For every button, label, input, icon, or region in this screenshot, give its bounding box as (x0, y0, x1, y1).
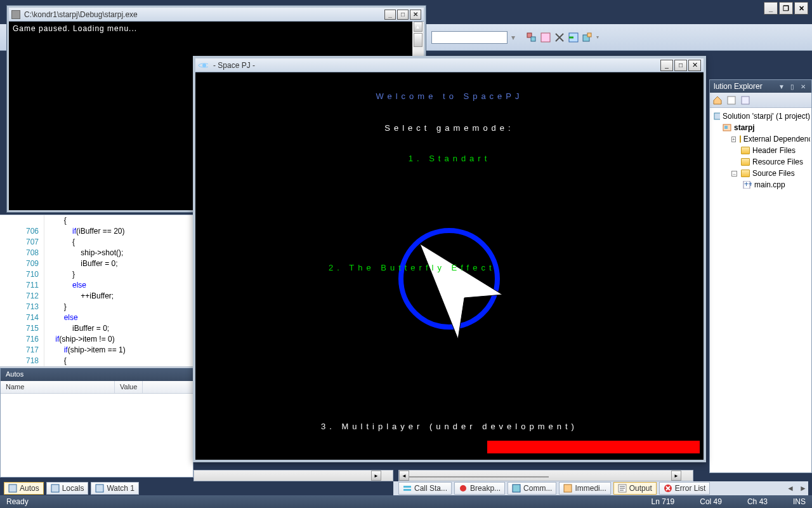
output-hscroll[interactable]: ◄ ► (398, 470, 693, 481)
file-main-cpp[interactable]: ++ main.cpp (711, 179, 810, 190)
scroll-up-arrow[interactable]: ▲ (414, 22, 422, 32)
solution-tree[interactable]: Solution 'starpj' (1 project) starpj + E… (710, 108, 811, 193)
solution-root[interactable]: Solution 'starpj' (1 project) (711, 110, 810, 122)
scroll-left-arrow[interactable]: ◄ (399, 471, 409, 481)
autos-body (1, 394, 193, 477)
game-select-text: Select gamemode: (195, 123, 704, 133)
toolbar-icon-4[interactable] (568, 32, 579, 43)
solution-explorer: lution Explorer ▼ ▯ ✕ Solution 'starpj' … (709, 79, 812, 473)
bottom-tabs-left: Autos Locals Watch 1 (4, 481, 139, 495)
game-minimize-button[interactable]: _ (660, 60, 673, 71)
autos-header: Name Value (1, 381, 193, 394)
game-option-3[interactable]: 3. Multiplayer (under development) (195, 422, 704, 431)
tab-autos[interactable]: Autos (4, 482, 44, 495)
dropdown-icon[interactable]: ▼ (777, 82, 786, 91)
scroll-thumb[interactable] (414, 33, 422, 47)
svg-rect-9 (403, 486, 411, 488)
autos-col-name[interactable]: Name (1, 381, 115, 393)
tab-breakpoints[interactable]: Breakp... (454, 482, 505, 495)
game-welcome-text: Welcome to SpacePJ (195, 91, 704, 101)
code-line[interactable]: 711 else (0, 280, 193, 291)
toolbar-icon-2[interactable] (540, 32, 551, 43)
svg-point-11 (460, 485, 466, 491)
autos-title[interactable]: Autos (1, 368, 193, 381)
autos-col-value[interactable]: Value (115, 381, 143, 393)
close-button[interactable]: ✕ (794, 2, 808, 15)
game-maximize-button[interactable]: □ (674, 60, 687, 71)
minimize-button[interactable]: _ (764, 2, 778, 15)
code-line[interactable]: 715 iBuffer = 0; (0, 323, 193, 334)
code-line[interactable]: 709 iBuffer = 0; (0, 258, 193, 269)
source-files-node[interactable]: – Source Files (711, 168, 810, 179)
editor-hscroll[interactable]: ► (193, 470, 393, 481)
code-line[interactable]: 713 } (0, 302, 193, 312)
tab-errorlist[interactable]: Error List (659, 482, 710, 495)
console-close-button[interactable]: ✕ (410, 10, 421, 20)
status-char: Ch 43 (747, 497, 768, 506)
console-minimize-button[interactable]: _ (384, 10, 396, 20)
tab-watch[interactable]: Watch 1 (91, 482, 139, 495)
solution-properties-icon[interactable] (740, 95, 750, 105)
svg-point-24 (202, 64, 206, 67)
code-line[interactable]: 707 { (0, 237, 193, 248)
code-editor[interactable]: { 706 if(iBuffer == 20)707 {708 ship->sh… (0, 215, 193, 379)
toolbar-combo[interactable] (431, 31, 508, 44)
close-icon[interactable]: ✕ (799, 82, 808, 91)
tabs-overflow-left[interactable]: ◄ (785, 483, 796, 493)
tab-locals[interactable]: Locals (46, 482, 89, 495)
console-maximize-button[interactable]: □ (397, 10, 409, 20)
command-icon (512, 484, 521, 493)
game-window: - Space PJ - _ □ ✕ Welcome to SpacePJ Se… (193, 56, 706, 462)
game-option-1[interactable]: 1. Standart (195, 154, 704, 163)
scroll-right-arrow[interactable]: ► (371, 471, 381, 481)
console-output-line: Game paused. Loading menu... (13, 24, 420, 33)
tab-callstack[interactable]: Call Sta... (398, 482, 452, 495)
project-node[interactable]: starpj (711, 122, 810, 133)
tab-output[interactable]: Output (613, 482, 657, 495)
scroll-right-arrow[interactable]: ► (671, 471, 681, 481)
game-titlebar[interactable]: - Space PJ - _ □ ✕ (195, 58, 704, 72)
resource-files-node[interactable]: Resource Files (711, 156, 810, 168)
scroll-thumb[interactable] (409, 476, 549, 478)
tab-immediate[interactable]: Immedi... (559, 482, 610, 495)
code-line[interactable]: 718 { (0, 356, 193, 366)
maximize-button[interactable]: ❐ (779, 2, 793, 15)
code-line[interactable]: 706 if(iBuffer == 20) (0, 226, 193, 237)
console-titlebar[interactable]: C:\kondr1\starpj\Debug\starpj.exe _ □ ✕ (9, 8, 424, 22)
code-line[interactable]: 708 ship->shot(); (0, 248, 193, 258)
svg-rect-8 (96, 485, 103, 492)
bottom-tabs-right: Call Sta... Breakp... Comm... Immedi... … (393, 481, 808, 495)
svg-rect-6 (9, 485, 16, 492)
cursor-icon (414, 237, 515, 339)
solution-explorer-title[interactable]: lution Explorer ▼ ▯ ✕ (710, 80, 811, 93)
expander-expanded-icon[interactable]: – (731, 171, 737, 177)
svg-marker-25 (420, 244, 502, 339)
toolbar-icon-5[interactable] (582, 32, 593, 43)
toolbar-icon-1[interactable] (527, 32, 537, 43)
solution-refresh-icon[interactable] (726, 95, 737, 105)
autos-panel: Autos Name Value (0, 368, 193, 478)
code-line[interactable]: 710 } (0, 269, 193, 280)
tab-command[interactable]: Comm... (508, 482, 556, 495)
code-line[interactable]: 716 if(ship->item != 0) (0, 334, 193, 345)
external-deps-node[interactable]: + External Dependenc (711, 133, 810, 145)
svg-rect-10 (403, 489, 411, 491)
code-line[interactable]: 714 else (0, 312, 193, 323)
pin-icon[interactable]: ▯ (788, 82, 797, 91)
expander-collapsed-icon[interactable]: + (731, 137, 736, 142)
tabs-overflow-right[interactable]: ► (798, 483, 808, 493)
svg-text:++: ++ (744, 181, 752, 189)
svg-rect-7 (51, 485, 59, 492)
game-close-button[interactable]: ✕ (688, 60, 701, 71)
code-line[interactable]: 712 ++iBuffer; (0, 291, 193, 302)
tools-icon[interactable] (554, 32, 565, 43)
code-line[interactable]: 717 if(ship->item == 1) (0, 345, 193, 356)
status-col: Col 49 (700, 497, 722, 506)
status-ins: INS (793, 497, 806, 506)
folder-icon (741, 147, 750, 154)
game-progress-bar (487, 441, 700, 453)
solution-home-icon[interactable] (712, 95, 723, 105)
header-files-node[interactable]: Header Files (711, 145, 810, 156)
game-option-2[interactable]: 2. The Butterfly Effect (329, 263, 495, 272)
game-canvas[interactable]: Welcome to SpacePJ Select gamemode: 1. S… (195, 72, 704, 460)
